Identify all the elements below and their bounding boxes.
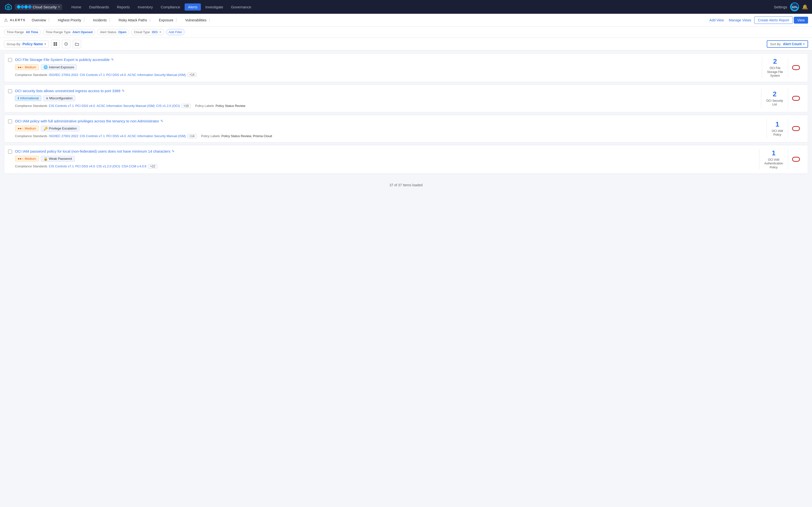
- create-alerts-report-button[interactable]: Create Alerts Report: [754, 16, 793, 24]
- severity-label: Medium: [25, 157, 36, 161]
- nav-item-compliance[interactable]: Compliance: [157, 3, 184, 11]
- compliance-link[interactable]: CIS Controls v7.1: [49, 104, 74, 108]
- grid-view-button[interactable]: [51, 40, 59, 48]
- brand-selector[interactable]: Cloud Security ▾: [15, 4, 62, 10]
- edit-icon[interactable]: ✎: [111, 58, 114, 61]
- alert-status-circle[interactable]: [792, 65, 800, 70]
- brand-chevron-icon: ▾: [58, 5, 60, 9]
- compliance-more-button[interactable]: +14: [187, 134, 197, 138]
- alert-checkbox[interactable]: [8, 58, 12, 78]
- alerts-warning-icon: ⚠: [4, 17, 8, 23]
- edit-icon[interactable]: ✎: [122, 89, 125, 93]
- tab-exposure[interactable]: Exposure⋮: [156, 16, 181, 24]
- alert-card-inner: OCI File Storage File System Export is p…: [4, 54, 808, 82]
- manage-views-button[interactable]: Manage Views: [727, 17, 753, 23]
- nav-item-inventory[interactable]: Inventory: [134, 3, 156, 11]
- tag-label: Internet Exposure: [49, 65, 74, 69]
- add-view-button[interactable]: Add View: [707, 17, 726, 23]
- alert-checkbox[interactable]: [8, 119, 12, 138]
- compliance-link[interactable]: CIS Controls v7.1: [80, 134, 105, 138]
- alert-checkbox[interactable]: [8, 89, 12, 108]
- nav-item-home[interactable]: Home: [68, 3, 85, 11]
- compliance-link[interactable]: CIS Controls v7.1: [80, 73, 105, 77]
- bell-icon[interactable]: 🔔: [802, 4, 808, 10]
- alert-card: OCI File Storage File System Export is p…: [4, 53, 808, 82]
- add-filter-button[interactable]: Add Filter: [166, 29, 184, 35]
- tab-risky-attack-paths[interactable]: Risky Attack Paths⋮: [115, 16, 155, 24]
- filter-pill-alert-status[interactable]: Alert Status Open: [97, 29, 129, 35]
- alert-status-circle[interactable]: [792, 126, 800, 131]
- compliance-more-button[interactable]: +14: [187, 72, 197, 77]
- tab-menu-icon[interactable]: ⋮: [47, 18, 51, 22]
- alert-card: OCI security lists allows unrestricted i…: [4, 84, 808, 112]
- filter-pill-time-range-type[interactable]: Time Range Type Alert Opened: [43, 29, 95, 35]
- compliance-link[interactable]: CIS Controls v7.1: [49, 164, 74, 168]
- nav-item-reports[interactable]: Reports: [113, 3, 133, 11]
- category-badge: 🔑 Privilege Escalation: [41, 126, 79, 131]
- nav-item-governance[interactable]: Governance: [228, 3, 255, 11]
- compliance-link[interactable]: PCI DSS v4.0: [106, 73, 126, 77]
- compliance-link[interactable]: ACSC Information Security Manual (ISM): [127, 73, 186, 77]
- view-button[interactable]: View: [794, 17, 808, 23]
- nav-item-investigate[interactable]: Investigate: [202, 3, 227, 11]
- compliance-more-button[interactable]: +19: [181, 104, 191, 108]
- folder-button[interactable]: [73, 40, 81, 48]
- tab-menu-icon[interactable]: ⋮: [208, 18, 211, 22]
- tab-menu-icon[interactable]: ⋮: [148, 18, 152, 22]
- tab-vulnerabilities[interactable]: Vulnerabilities⋮: [182, 16, 215, 24]
- alert-badges: ℹ Informational ≡ Misconfiguration: [15, 95, 757, 101]
- tab-menu-icon[interactable]: ⋮: [174, 18, 178, 22]
- sortby-chevron-icon: ▾: [803, 43, 805, 46]
- alert-status-circle[interactable]: [792, 157, 800, 162]
- alert-title[interactable]: OCI IAM policy with full administrative …: [15, 119, 763, 123]
- compliance-link[interactable]: CIS v1.2.0 (OCI): [97, 164, 120, 168]
- compliance-link[interactable]: PCI DSS v4.0: [75, 104, 95, 108]
- alert-title[interactable]: OCI File Storage File System Export is p…: [15, 58, 758, 62]
- compliance-link[interactable]: CSA CCM v.4.0.6: [122, 164, 147, 168]
- tag-label: Misconfiguration: [49, 96, 72, 100]
- groupby-select[interactable]: Group By: Policy Name ▾: [4, 41, 49, 47]
- alert-title[interactable]: OCI security lists allows unrestricted i…: [15, 89, 757, 93]
- tab-incidents[interactable]: Incidents⋮: [90, 16, 115, 24]
- alert-title[interactable]: OCI IAM password policy for local (non-f…: [15, 149, 755, 153]
- avatar[interactable]: 62%: [790, 2, 799, 11]
- compliance-link[interactable]: ACSC Information Security Manual (ISM): [127, 134, 186, 138]
- sortby-select[interactable]: Sort By: Alert Count ▾: [767, 40, 808, 48]
- edit-icon[interactable]: ✎: [172, 150, 174, 153]
- compliance-link[interactable]: ISO/IEC 27001:2022: [49, 134, 78, 138]
- filter-pill-cloud-type[interactable]: Cloud Type OCI✕: [131, 29, 164, 35]
- tabs-container: Overview⋮Highest Priority⋮Incidents⋮Risk…: [29, 16, 707, 24]
- alert-resource-label: OCI SecurityList: [766, 99, 783, 107]
- page-footer: 37 of 37 Items loaded: [0, 179, 812, 191]
- nav-item-dashboards[interactable]: Dashboards: [86, 3, 113, 11]
- filter-bar: Time Range All TimeTime Range Type Alert…: [0, 26, 812, 38]
- category-badge: 🔒 Weak Password: [41, 156, 75, 162]
- severity-dot-icon: ●●○: [18, 157, 23, 161]
- compliance-link[interactable]: ISO/IEC 27001:2022: [49, 73, 78, 77]
- compliance-more-button[interactable]: +22: [148, 164, 157, 169]
- tab-menu-icon[interactable]: ⋮: [82, 18, 86, 22]
- compliance-link[interactable]: PCI DSS v4.0: [75, 164, 95, 168]
- history-button[interactable]: [62, 40, 70, 48]
- filter-pill-time-range[interactable]: Time Range All Time: [4, 29, 41, 35]
- remove-filter-icon[interactable]: ✕: [159, 30, 162, 34]
- groupby-chevron-icon: ▾: [45, 43, 46, 46]
- alert-count: 2: [773, 90, 776, 98]
- alert-status-circle[interactable]: [792, 96, 800, 101]
- nav-item-alerts[interactable]: Alerts: [184, 3, 201, 11]
- compliance-link[interactable]: CIS v1.2.0 (OCI): [156, 104, 180, 108]
- tab-menu-icon[interactable]: ⋮: [108, 18, 112, 22]
- settings-link[interactable]: Settings: [774, 5, 787, 9]
- edit-icon[interactable]: ✎: [161, 119, 163, 123]
- tab-overview[interactable]: Overview⋮: [29, 16, 54, 24]
- tag-icon: ≡: [46, 96, 48, 100]
- alert-checkbox[interactable]: [8, 149, 12, 170]
- compliance-label: Compliance Standards: [15, 134, 47, 138]
- tab-highest-priority[interactable]: Highest Priority⋮: [55, 16, 89, 24]
- tag-label: Weak Password: [49, 157, 72, 161]
- alert-count-section: 1 OCI IAMPolicy: [767, 119, 788, 138]
- compliance-link[interactable]: PCI DSS v4.0: [106, 134, 126, 138]
- compliance-link[interactable]: ACSC Information Security Manual (ISM): [97, 104, 155, 108]
- alert-card: OCI IAM password policy for local (non-f…: [4, 145, 808, 174]
- tag-icon: 🌐: [44, 65, 48, 69]
